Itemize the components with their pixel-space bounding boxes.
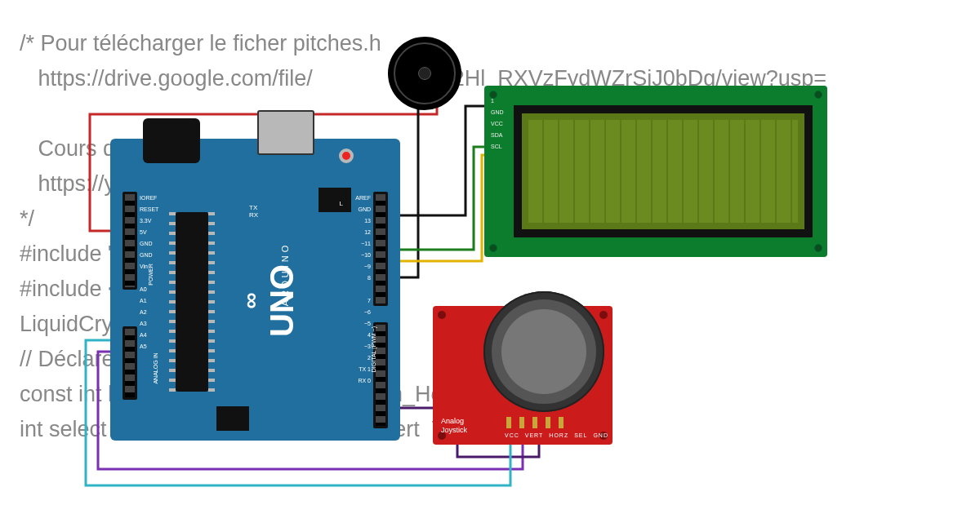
code-background-overlay: > , 4); ert = A0, btn_Horz = A1 ; xyxy=(20,26,959,412)
code-line: , 4); xyxy=(20,312,309,336)
code-line: int select Value = 0, horz Value = 0, ve… xyxy=(20,417,530,441)
code-line: > xyxy=(20,277,283,301)
code-line: ert = A0, btn_Horz = A1 ; xyxy=(20,382,524,406)
